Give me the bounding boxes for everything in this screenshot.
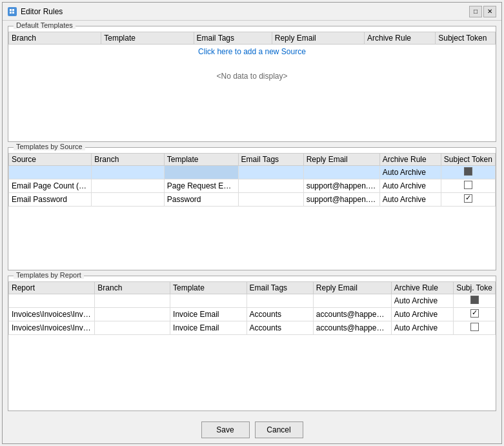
source-replyemail-header: Reply Email <box>303 154 379 166</box>
window-body: Default Templates Branch Template Email … <box>3 21 501 416</box>
report-subjecttoken-header: Subj. Toke <box>454 282 496 294</box>
source-emailtags-header: Email Tags <box>238 154 303 166</box>
default-template-header: Template <box>101 32 194 45</box>
close-button[interactable]: ✕ <box>483 6 496 17</box>
default-templates-section: Default Templates Branch Template Email … <box>8 26 496 142</box>
default-templates-content: Branch Template Email Tags Reply Email A… <box>8 32 496 141</box>
svg-rect-2 <box>10 12 12 14</box>
default-templates-header-row: Branch Template Email Tags Reply Email A… <box>9 32 496 45</box>
report-subjecttoken-cell <box>454 308 496 321</box>
titlebar-controls: □ ✕ <box>469 6 496 17</box>
source-header: Source <box>9 154 92 166</box>
save-button[interactable]: Save <box>201 421 250 438</box>
source-cell: Email Page Count (Text En <box>9 179 92 193</box>
footer: Save Cancel <box>3 416 501 443</box>
subjecttoken-cell <box>441 193 495 207</box>
cancel-button[interactable]: Cancel <box>255 421 303 438</box>
replyemail-cell: support@happen.biz <box>303 193 379 207</box>
template-cell <box>164 166 238 179</box>
replyemail-cell: support@happen.biz <box>303 179 379 193</box>
svg-rect-0 <box>10 9 12 11</box>
checkbox-filled[interactable] <box>470 296 479 304</box>
checkbox-unchecked[interactable] <box>470 323 479 331</box>
report-replyemail-cell <box>313 294 391 308</box>
no-data-label: <No data to display> <box>8 59 496 94</box>
checkbox-checked[interactable] <box>470 309 479 318</box>
report-branch-cell <box>95 321 170 335</box>
svg-rect-1 <box>12 9 14 11</box>
report-replyemail-header: Reply Email <box>313 282 391 294</box>
emailtags-cell <box>238 166 303 179</box>
table-row[interactable]: Auto Archive <box>9 166 496 179</box>
report-cell: Invoices\Invoices\InvoiceSa <box>9 308 95 321</box>
by-source-content: Source Branch Template Email Tags Reply … <box>8 153 496 270</box>
branch-cell <box>92 166 165 179</box>
report-emailtags-header: Email Tags <box>247 282 313 294</box>
table-row[interactable]: Email Password Password support@happen.b… <box>9 193 496 207</box>
templates-by-source-section: Templates by Source Source Branch Templa… <box>8 147 496 270</box>
report-template-cell: Invoice Email <box>170 308 247 321</box>
by-report-header-row: Report Branch Template Email Tags Reply … <box>9 282 496 294</box>
subjecttoken-cell <box>441 179 495 193</box>
report-subjecttoken-cell <box>454 294 496 308</box>
source-subjecttoken-header: Subject Token <box>441 154 495 166</box>
source-cell: Email Password <box>9 193 92 207</box>
table-row[interactable]: Invoices\Invoices\InvoiceSe Invoice Emai… <box>9 321 496 335</box>
report-header: Report <box>9 282 95 294</box>
default-branch-header: Branch <box>9 32 101 45</box>
emailtags-cell <box>238 179 303 193</box>
default-emailtags-header: Email Tags <box>194 32 272 45</box>
checkbox-unchecked[interactable] <box>464 181 472 189</box>
report-subjecttoken-cell <box>454 321 496 335</box>
branch-cell <box>92 193 165 207</box>
add-source-link[interactable]: Click here to add a new Source <box>8 45 496 59</box>
report-cell: Invoices\Invoices\InvoiceSe <box>9 321 95 335</box>
report-archiverule-cell: Auto Archive <box>391 321 453 335</box>
by-report-table-scroll: Report Branch Template Email Tags Reply … <box>8 281 496 411</box>
checkbox-checked[interactable] <box>464 194 472 203</box>
titlebar-left: Editor Rules <box>8 7 63 16</box>
report-replyemail-cell: accounts@happen.biz <box>313 308 391 321</box>
report-archiverule-header: Archive Rule <box>391 282 453 294</box>
report-archiverule-cell: Auto Archive <box>391 294 453 308</box>
source-branch-header: Branch <box>92 154 165 166</box>
by-report-table: Report Branch Template Email Tags Reply … <box>8 281 496 335</box>
branch-cell <box>92 179 165 193</box>
checkbox-filled[interactable] <box>464 167 472 176</box>
default-templates-table: Branch Template Email Tags Reply Email A… <box>8 32 496 45</box>
main-window: Editor Rules □ ✕ Default Templates Branc… <box>2 2 502 444</box>
table-row[interactable]: Auto Archive <box>9 294 496 308</box>
maximize-button[interactable]: □ <box>469 6 482 17</box>
emailtags-cell <box>238 193 303 207</box>
replyemail-cell <box>303 166 379 179</box>
template-cell: Password <box>164 193 238 207</box>
by-report-content: Report Branch Template Email Tags Reply … <box>8 281 496 411</box>
report-branch-header: Branch <box>95 282 170 294</box>
table-row[interactable]: Invoices\Invoices\InvoiceSa Invoice Emai… <box>9 308 496 321</box>
svg-rect-3 <box>12 12 14 14</box>
titlebar: Editor Rules □ ✕ <box>3 3 501 21</box>
report-template-cell <box>170 294 247 308</box>
table-row[interactable]: Email Page Count (Text En Page Request E… <box>9 179 496 193</box>
default-archiverule-header: Archive Rule <box>365 32 436 45</box>
source-template-header: Template <box>164 154 238 166</box>
report-replyemail-cell: accounts@happen.biz <box>313 321 391 335</box>
report-template-header: Template <box>170 282 247 294</box>
archiverule-cell: Auto Archive <box>379 193 441 207</box>
report-emailtags-cell <box>247 294 313 308</box>
templates-by-report-section: Templates by Report Report Branch Templa… <box>8 276 496 411</box>
app-icon <box>8 7 17 16</box>
by-source-table: Source Branch Template Email Tags Reply … <box>8 153 496 207</box>
default-templates-legend: Default Templates <box>14 21 76 29</box>
by-source-legend: Templates by Source <box>14 143 85 150</box>
window-title: Editor Rules <box>21 7 63 16</box>
default-subjecttoken-header: Subject Token <box>436 32 496 45</box>
by-source-header-row: Source Branch Template Email Tags Reply … <box>9 154 496 166</box>
default-replyemail-header: Reply Email <box>272 32 364 45</box>
template-cell: Page Request Email T <box>164 179 238 193</box>
report-cell <box>9 294 95 308</box>
subjecttoken-cell <box>441 166 495 179</box>
report-emailtags-cell: Accounts <box>247 308 313 321</box>
by-source-table-scroll: Source Branch Template Email Tags Reply … <box>8 153 496 270</box>
report-template-cell: Invoice Email <box>170 321 247 335</box>
